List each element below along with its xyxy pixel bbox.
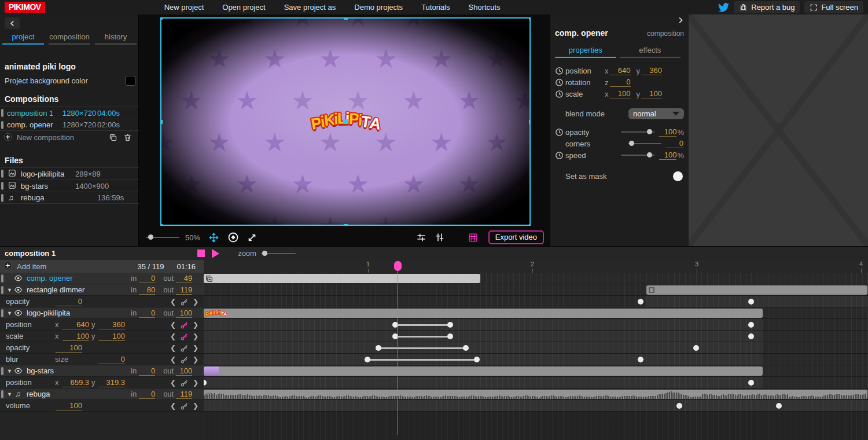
timeline-property-track[interactable] — [204, 331, 868, 342]
timeline-property-track[interactable] — [204, 354, 868, 365]
field-value[interactable]: 100 — [62, 332, 89, 341]
keyframe-tween-bar[interactable] — [395, 324, 451, 326]
scale-y-input[interactable]: 100 — [641, 89, 662, 98]
background-color-swatch[interactable] — [126, 76, 135, 86]
timeline-property-track[interactable] — [204, 319, 868, 331]
menu-item-tutorials[interactable]: Tutorials — [412, 1, 459, 14]
timeline-layer-row[interactable]: ▼comp. openerin0out49 — [0, 273, 204, 284]
stopwatch-icon[interactable] — [555, 128, 565, 137]
vertical-sliders-icon[interactable] — [435, 232, 445, 243]
keyframe-toggle-icon[interactable] — [180, 298, 189, 308]
timeline-layer-row[interactable]: ▼bg-starsin0out100 — [0, 365, 204, 377]
layer-name[interactable]: bg-stars — [27, 366, 54, 375]
file-item[interactable]: ♫rebuga136:59s — [0, 192, 139, 204]
field-value[interactable]: 659.3 — [62, 378, 89, 387]
position-x-input[interactable]: 640 — [610, 66, 631, 75]
report-bug-button[interactable]: Report a bug — [734, 1, 800, 13]
out-value[interactable]: 49 — [176, 274, 192, 283]
selection-handle[interactable] — [160, 120, 163, 124]
selection-handle[interactable] — [529, 17, 531, 20]
menu-item-demo-projects[interactable]: Demo projects — [345, 1, 412, 14]
tab-effects[interactable]: effects — [620, 46, 681, 58]
in-value[interactable]: 0 — [139, 274, 155, 283]
new-composition-row[interactable]: New composition — [0, 131, 139, 144]
playhead-handle[interactable] — [394, 261, 402, 271]
tab-properties[interactable]: properties — [555, 46, 616, 58]
keyframe-toggle-icon[interactable] — [180, 355, 189, 366]
play-button[interactable] — [212, 249, 219, 258]
corners-input[interactable]: 0 — [666, 139, 683, 148]
horizontal-sliders-icon[interactable] — [416, 232, 426, 243]
timeline-layer-track[interactable] — [204, 365, 868, 377]
timeline-property-row[interactable]: opacity0❮❯ — [0, 296, 204, 307]
file-item[interactable]: logo-pikilipita289×89 — [0, 167, 139, 179]
expand-caret[interactable]: ▼ — [7, 368, 14, 374]
keyframe-toggle-icon[interactable] — [180, 379, 189, 389]
timeline-property-row[interactable]: volume100❮❯ — [0, 400, 204, 412]
drag-grip[interactable] — [1, 182, 3, 190]
timeline-layer-row[interactable]: ▼rectangle dimmerin80out119 — [0, 284, 204, 296]
timeline-property-row[interactable]: positionx659.3y319.3❮❯ — [0, 377, 204, 388]
expand-caret[interactable]: ▼ — [7, 287, 14, 293]
stopwatch-icon[interactable] — [555, 67, 565, 75]
drag-grip[interactable] — [1, 121, 3, 129]
keyframe-tween-bar[interactable] — [367, 359, 477, 361]
selection-handle[interactable] — [344, 224, 348, 226]
in-value[interactable]: 80 — [139, 285, 155, 295]
menu-item-shortcuts[interactable]: Shortcuts — [459, 1, 510, 14]
timeline-layer-track[interactable] — [204, 273, 868, 284]
timeline-property-row[interactable]: blursize0❮❯ — [0, 354, 204, 365]
speed-slider[interactable] — [621, 155, 654, 156]
layer-name[interactable]: comp. opener — [27, 274, 73, 283]
full-screen-button[interactable]: Full screen — [804, 1, 863, 13]
duplicate-icon[interactable] — [109, 133, 117, 142]
collapse-panel-button[interactable] — [5, 17, 20, 29]
timeline-zoom-slider[interactable] — [261, 253, 296, 254]
blend-mode-select[interactable]: normal — [628, 108, 684, 119]
visibility-eye-icon[interactable] — [14, 274, 25, 283]
viewer-zoom-slider[interactable] — [146, 237, 179, 238]
stopwatch-icon[interactable] — [555, 151, 565, 160]
selection-handle[interactable] — [160, 17, 163, 20]
out-value[interactable]: 100 — [176, 309, 192, 318]
timeline-property-track[interactable] — [204, 342, 868, 354]
move-tool-icon[interactable] — [208, 232, 219, 243]
timeline-property-track[interactable] — [204, 377, 868, 388]
menu-item-new-project[interactable]: New project — [155, 1, 214, 14]
next-keyframe-button[interactable]: ❯ — [193, 344, 198, 352]
field-value[interactable]: 0 — [56, 297, 82, 306]
selection-handle[interactable] — [344, 17, 348, 20]
drag-grip[interactable] — [1, 170, 3, 178]
delete-icon[interactable] — [123, 133, 132, 142]
file-item[interactable]: bg-stars1400×900 — [0, 179, 139, 192]
next-keyframe-button[interactable]: ❯ — [193, 402, 198, 410]
timeline-property-track[interactable] — [204, 296, 868, 307]
visibility-eye-icon[interactable] — [14, 309, 25, 317]
layer-name[interactable]: logo-pikilipita — [27, 309, 70, 317]
keyframe-toggle-icon[interactable] — [180, 344, 189, 354]
keyframe[interactable] — [693, 345, 699, 351]
scale-tool-icon[interactable] — [247, 233, 257, 243]
keyframe[interactable] — [638, 299, 643, 305]
in-value[interactable]: 0 — [139, 366, 155, 376]
corners-slider[interactable] — [628, 143, 661, 144]
previous-keyframe-button[interactable]: ❮ — [170, 344, 176, 352]
visibility-eye-icon[interactable] — [14, 366, 25, 375]
twitter-icon[interactable] — [718, 3, 729, 12]
position-y-input[interactable]: 360 — [641, 66, 662, 75]
expand-caret[interactable]: ▼ — [7, 391, 14, 397]
drag-grip[interactable] — [1, 286, 3, 294]
layer-name[interactable]: rectangle dimmer — [27, 285, 84, 294]
rotate-tool-icon[interactable] — [227, 232, 239, 243]
drag-grip[interactable] — [1, 109, 3, 117]
export-video-button[interactable]: Export video — [488, 230, 544, 244]
set-as-mask-toggle[interactable] — [673, 171, 683, 181]
rotation-z-input[interactable]: 0 — [610, 78, 631, 87]
opacity-input[interactable]: 100 — [659, 127, 676, 137]
clip-bar[interactable] — [646, 285, 867, 295]
drag-grip[interactable] — [1, 194, 3, 202]
audio-layer-icon[interactable]: ♫ — [14, 390, 25, 398]
in-value[interactable]: 0 — [139, 390, 155, 399]
layer-name[interactable]: rebuga — [27, 390, 50, 398]
clip-bar[interactable] — [204, 366, 763, 376]
